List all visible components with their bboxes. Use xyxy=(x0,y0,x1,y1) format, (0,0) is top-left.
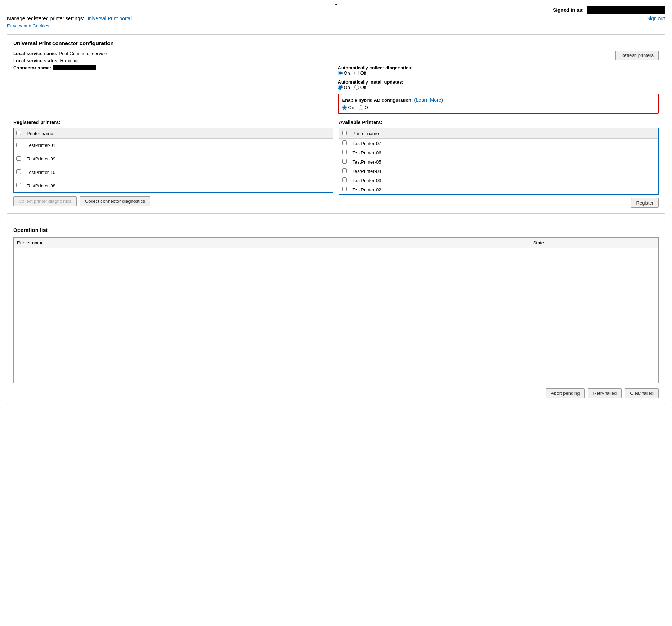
available-printers-panel: Available Printers: Printer name TestPri… xyxy=(339,120,659,208)
registered-printers-title: Registered printers: xyxy=(13,120,333,125)
available-printer-checkbox[interactable] xyxy=(342,159,347,164)
list-item: TestPrinter-05 xyxy=(339,157,659,166)
registered-printers-body: TestPrinter-01TestPrinter-09TestPrinter-… xyxy=(14,139,333,193)
hybrid-ad-box: Enable hybrid AD configuration: (Learn M… xyxy=(338,94,659,114)
list-item: TestPrinter-02 xyxy=(339,185,659,194)
auto-diagnostics-row: Automatically collect diagnostics: On Of… xyxy=(338,65,659,76)
local-service-status-row: Local service status: Running xyxy=(13,58,334,63)
hybrid-ad-on-label[interactable]: On xyxy=(342,105,354,110)
operation-list-title: Operation list xyxy=(13,227,659,233)
registered-printers-table: Printer name TestPrinter-01TestPrinter-0… xyxy=(14,128,333,192)
local-service-name-row: Local service name: Print Connector serv… xyxy=(13,51,334,56)
available-printers-title: Available Printers: xyxy=(339,120,659,125)
printers-grid: Registered printers: Printer name TestPr… xyxy=(13,120,659,208)
registered-printers-header: Printer name xyxy=(14,128,333,139)
available-printers-header: Printer name xyxy=(339,128,659,139)
top-bar: Signed in as: xyxy=(7,6,665,14)
auto-diagnostics-on-radio[interactable] xyxy=(338,71,343,75)
registered-printer-name: TestPrinter-01 xyxy=(24,139,333,152)
registered-printers-table-wrapper: Printer name TestPrinter-01TestPrinter-0… xyxy=(13,128,333,193)
auto-diagnostics-label: Automatically collect diagnostics: xyxy=(338,65,659,70)
hybrid-ad-radio-group: On Off xyxy=(342,105,655,110)
decoration-dot xyxy=(335,4,337,5)
list-item: TestPrinter-08 xyxy=(14,179,333,192)
abort-pending-button[interactable]: Abort pending xyxy=(546,388,585,398)
manage-text: Manage registered printer settings: xyxy=(7,16,84,21)
auto-diagnostics-off-label[interactable]: Off xyxy=(354,70,366,76)
manage-row: Manage registered printer settings: Univ… xyxy=(7,16,665,21)
auto-updates-label: Automatically install updates: xyxy=(338,79,659,85)
available-printer-name: TestPrinter-07 xyxy=(350,139,659,148)
registered-printer-checkbox[interactable] xyxy=(16,169,21,174)
clear-failed-button[interactable]: Clear failed xyxy=(625,388,659,398)
learn-more-link[interactable]: (Learn More) xyxy=(414,97,443,103)
hybrid-ad-off-text: Off xyxy=(365,105,371,110)
operation-list-body xyxy=(14,248,659,383)
list-item: TestPrinter-10 xyxy=(14,166,333,179)
list-item: TestPrinter-01 xyxy=(14,139,333,152)
auto-updates-off-text: Off xyxy=(360,85,366,90)
hybrid-ad-label: Enable hybrid AD configuration: xyxy=(342,97,413,103)
auto-updates-row: Automatically install updates: On Off xyxy=(338,79,659,90)
auto-updates-off-label[interactable]: Off xyxy=(354,85,366,90)
signed-in-label: Signed in as: xyxy=(553,7,584,13)
auto-diagnostics-off-radio[interactable] xyxy=(354,71,359,75)
registered-printers-col-header: Printer name xyxy=(24,128,333,139)
connector-config-section: Universal Print connector configuration … xyxy=(7,34,665,214)
available-printer-name: TestPrinter-05 xyxy=(350,157,659,166)
hybrid-ad-off-label[interactable]: Off xyxy=(359,105,371,110)
hybrid-ad-off-radio[interactable] xyxy=(359,105,363,110)
auto-diagnostics-on-text: On xyxy=(344,70,350,76)
available-printer-checkbox[interactable] xyxy=(342,177,347,182)
registered-select-all-checkbox[interactable] xyxy=(16,131,21,135)
refresh-btn-row: Refresh printers xyxy=(338,51,659,60)
portal-link[interactable]: Universal Print portal xyxy=(85,16,132,21)
available-select-all-cell xyxy=(339,128,350,139)
registered-printer-checkbox[interactable] xyxy=(16,143,21,147)
privacy-link[interactable]: Privacy and Cookies xyxy=(7,23,49,28)
available-printer-checkbox[interactable] xyxy=(342,168,347,173)
available-printer-checkbox[interactable] xyxy=(342,140,347,145)
op-state-col: State xyxy=(530,238,659,248)
op-printer-name-col: Printer name xyxy=(14,238,530,248)
operation-list-table: Printer name State xyxy=(13,237,659,383)
register-button[interactable]: Register xyxy=(631,198,659,208)
auto-diagnostics-radio-group: On Off xyxy=(338,70,659,76)
available-printers-body: TestPrinter-07TestPrinter-06TestPrinter-… xyxy=(339,139,659,195)
available-printers-table: Printer name TestPrinter-07TestPrinter-0… xyxy=(339,128,659,194)
manage-text-row: Manage registered printer settings: Univ… xyxy=(7,16,132,21)
retry-failed-button[interactable]: Retry failed xyxy=(588,388,622,398)
refresh-printers-button[interactable]: Refresh printers xyxy=(615,51,659,60)
collect-printer-diagnostics-button[interactable]: Collect printer diagnostics xyxy=(13,196,77,206)
hybrid-ad-on-radio[interactable] xyxy=(342,105,347,110)
registered-printers-panel: Registered printers: Printer name TestPr… xyxy=(13,120,333,208)
registered-select-all-cell xyxy=(14,128,24,139)
auto-diagnostics-on-label[interactable]: On xyxy=(338,70,350,76)
list-item: TestPrinter-07 xyxy=(339,139,659,148)
operation-list-section: Operation list Printer name State Abort … xyxy=(7,221,665,404)
available-printer-name: TestPrinter-04 xyxy=(350,166,659,176)
config-right: Refresh printers Automatically collect d… xyxy=(338,51,659,114)
operation-btn-row: Abort pending Retry failed Clear failed xyxy=(13,388,659,398)
connector-name-label: Connector name: xyxy=(13,65,51,70)
local-service-status-value: Running xyxy=(60,58,78,63)
config-left: Local service name: Print Connector serv… xyxy=(13,51,334,114)
available-printers-col-header: Printer name xyxy=(350,128,659,139)
registered-printer-checkbox[interactable] xyxy=(16,183,21,187)
available-printer-checkbox[interactable] xyxy=(342,187,347,191)
available-select-all-checkbox[interactable] xyxy=(342,131,347,135)
available-printer-name: TestPrinter-02 xyxy=(350,185,659,194)
auto-updates-off-radio[interactable] xyxy=(354,85,359,90)
registered-printer-checkbox[interactable] xyxy=(16,156,21,161)
auto-updates-on-radio[interactable] xyxy=(338,85,343,90)
registered-printer-name: TestPrinter-08 xyxy=(24,179,333,192)
collect-connector-diagnostics-button[interactable]: Collect connector diagnostics xyxy=(80,196,150,206)
registered-printers-btn-row: Collect printer diagnostics Collect conn… xyxy=(13,196,333,206)
auto-updates-on-label[interactable]: On xyxy=(338,85,350,90)
sign-out-link[interactable]: Sign out xyxy=(647,16,665,21)
list-item: TestPrinter-06 xyxy=(339,148,659,157)
list-item: TestPrinter-09 xyxy=(14,152,333,166)
operation-list-header: Printer name State xyxy=(14,238,659,248)
available-printer-checkbox[interactable] xyxy=(342,150,347,154)
auto-updates-on-text: On xyxy=(344,85,350,90)
